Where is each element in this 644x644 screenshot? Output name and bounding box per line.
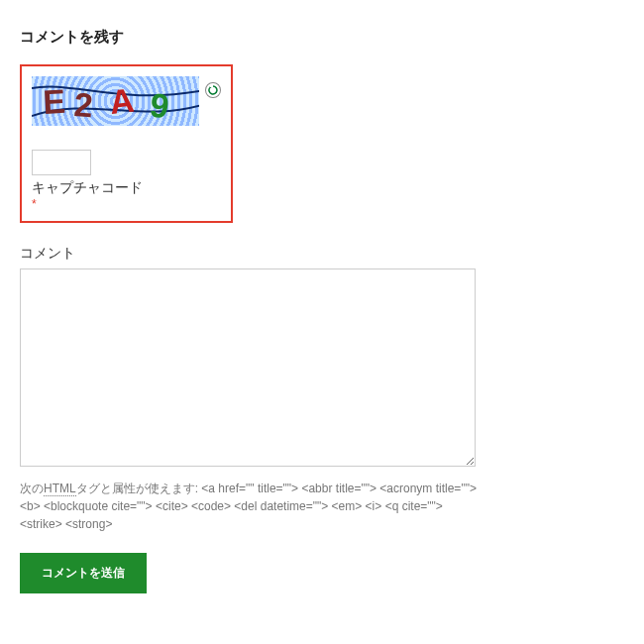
allowed-tags-suffix: タグと属性が使えます: [76, 482, 202, 495]
captcha-label: キャプチャコード [32, 179, 221, 197]
svg-text:A: A [108, 81, 136, 121]
svg-text:9: 9 [148, 85, 171, 125]
allowed-tags-help: 次のHTMLタグと属性が使えます: <a href="" title=""> <… [20, 480, 481, 533]
refresh-icon[interactable] [205, 82, 221, 98]
svg-text:E: E [42, 82, 66, 121]
captcha-image-row: E 2 A 9 [32, 76, 221, 126]
page-title: コメントを残す [20, 28, 624, 47]
required-marker: * [32, 197, 221, 211]
captcha-image: E 2 A 9 [32, 76, 199, 126]
html-abbr: HTML [44, 482, 76, 496]
captcha-input[interactable] [32, 150, 91, 175]
comment-label: コメント [20, 245, 624, 263]
submit-button[interactable]: コメントを送信 [20, 553, 147, 593]
captcha-section: E 2 A 9 キャプチャコード * [20, 64, 233, 223]
svg-text:2: 2 [73, 85, 95, 124]
comment-textarea[interactable] [20, 268, 476, 467]
allowed-tags-prefix: 次の [20, 482, 44, 495]
